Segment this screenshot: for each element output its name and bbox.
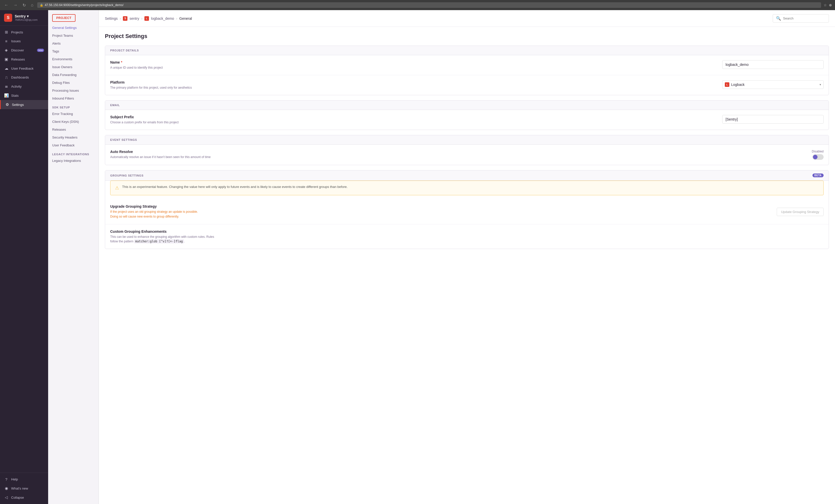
sidebar-item-projects[interactable]: ⊞ Projects — [0, 28, 48, 37]
nav-item-general-settings[interactable]: General Settings — [48, 24, 99, 31]
auto-resolve-toggle-area: Disabled — [812, 150, 823, 160]
sidebar-nav: ⊞ Projects ≡ Issues ◈ Discover new ▣ Rel… — [0, 26, 48, 472]
upgrade-grouping-meta: Upgrade Grouping Strategy If the project… — [110, 204, 198, 219]
sidebar-item-whats-new[interactable]: ◉ What's new — [0, 484, 48, 493]
custom-grouping-meta: Custom Grouping Enhancements This can be… — [110, 229, 222, 244]
sidebar-footer: ? Help ◉ What's new ◁ Collapse — [0, 472, 48, 504]
nav-item-alerts[interactable]: Alerts — [48, 40, 99, 47]
sidebar-item-discover[interactable]: ◈ Discover new — [0, 46, 48, 55]
sdk-setup-label: SDK SETUP — [48, 102, 99, 110]
platform-select-wrapper: L Logback ▾ — [722, 80, 823, 89]
auto-resolve-description: Automatically resolve an issue if it has… — [110, 155, 211, 159]
nav-item-releases[interactable]: Releases — [48, 126, 99, 133]
content-area: Settings › S sentry › L logback_demo › G… — [99, 10, 835, 504]
main-area: PROJECT General Settings Project Teams A… — [48, 10, 835, 504]
sidebar-label-settings: Settings — [12, 103, 24, 107]
breadcrumb-settings[interactable]: Settings — [105, 17, 118, 21]
subject-prefix-label: Subject Prefix — [110, 115, 179, 119]
project-nav-header: PROJECT — [48, 10, 99, 24]
auto-resolve-label: Auto Resolve — [110, 150, 211, 154]
legacy-integrations-label: LEGACY INTEGRATIONS — [48, 149, 99, 157]
nav-item-issue-owners[interactable]: Issue Owners — [48, 63, 99, 71]
sidebar-item-stats[interactable]: 📊 Stats — [0, 91, 48, 100]
email-header: EMAIL — [105, 101, 829, 110]
avatar: S — [4, 14, 12, 22]
page-title: Project Settings — [105, 33, 829, 40]
grouping-settings-section: GROUPING SETTINGS beta ⚠ This is an expe… — [105, 170, 829, 249]
discover-icon: ◈ — [4, 48, 8, 52]
sidebar-label-help: Help — [11, 477, 18, 481]
nav-item-inbound-filters[interactable]: Inbound Filters — [48, 94, 99, 102]
extensions-icon[interactable]: ⊕ — [829, 3, 832, 7]
grouping-warning: ⚠ This is an experimental feature. Chang… — [110, 181, 823, 195]
nav-item-legacy-integrations[interactable]: Legacy Integrations — [48, 157, 99, 165]
breadcrumb-current: General — [179, 17, 192, 21]
breadcrumb-sep-2: › — [141, 17, 142, 21]
url-text: 47.56.150.64:9000/settings/sentry/projec… — [45, 3, 124, 7]
name-input-wrapper — [722, 60, 823, 69]
custom-grouping-row: Custom Grouping Enhancements This can be… — [105, 224, 829, 249]
app-container: S Sentry ▾ 7685413@qq.com ⊞ Projects ≡ I… — [0, 10, 835, 504]
star-icon[interactable]: ☆ — [823, 3, 827, 7]
nav-item-client-keys[interactable]: Client Keys (DSN) — [48, 118, 99, 126]
sidebar-item-help[interactable]: ? Help — [0, 475, 48, 484]
nav-item-debug-files[interactable]: Debug Files — [48, 79, 99, 87]
subject-prefix-input[interactable] — [722, 115, 823, 124]
nav-item-project-teams[interactable]: Project Teams — [48, 31, 99, 40]
sidebar-item-collapse[interactable]: ◁ Collapse — [0, 493, 48, 502]
sidebar-item-activity[interactable]: ≣ Activity — [0, 82, 48, 91]
nav-item-security-headers[interactable]: Security Headers — [48, 133, 99, 141]
reload-button[interactable]: ↻ — [21, 2, 27, 8]
subject-prefix-description: Choose a custom prefix for emails from t… — [110, 120, 179, 125]
search-box[interactable]: 🔍 — [773, 14, 829, 23]
home-button[interactable]: ⌂ — [29, 2, 35, 8]
update-grouping-button[interactable]: Update Grouping Strategy — [777, 208, 823, 216]
project-details-section: PROJECT DETAILS Name * A unique ID used … — [105, 46, 829, 95]
name-input[interactable] — [722, 60, 823, 69]
breadcrumb-project[interactable]: logback_demo — [151, 17, 174, 21]
platform-select-container: L Logback ▾ — [722, 80, 823, 89]
auto-resolve-toggle[interactable] — [812, 154, 823, 160]
sidebar-label-discover: Discover — [11, 48, 24, 52]
event-settings-section: EVENT SETTINGS Auto Resolve Automaticall… — [105, 135, 829, 165]
sidebar-header[interactable]: S Sentry ▾ 7685413@qq.com — [0, 10, 48, 26]
upgrade-grouping-label: Upgrade Grouping Strategy — [110, 204, 198, 208]
breadcrumb-org[interactable]: sentry — [129, 17, 139, 21]
sidebar-label-projects: Projects — [11, 30, 23, 34]
project-tab[interactable]: PROJECT — [52, 14, 76, 22]
upgrade-grouping-row: Upgrade Grouping Strategy If the project… — [105, 199, 829, 224]
subject-prefix-meta: Subject Prefix Choose a custom prefix fo… — [110, 115, 179, 125]
sidebar-item-user-feedback[interactable]: ☁ User Feedback — [0, 64, 48, 73]
org-info: Sentry ▾ 7685413@qq.com — [15, 14, 38, 21]
nav-item-error-tracking[interactable]: Error Tracking — [48, 110, 99, 118]
search-icon: 🔍 — [776, 16, 781, 21]
breadcrumb-sep-1: › — [120, 17, 121, 21]
org-email: 7685413@qq.com — [15, 18, 38, 21]
nav-item-processing-issues[interactable]: Processing Issues — [48, 87, 99, 94]
forward-button[interactable]: → — [12, 2, 19, 8]
content-header: Settings › S sentry › L logback_demo › G… — [99, 10, 835, 27]
sidebar-item-issues[interactable]: ≡ Issues — [0, 37, 48, 46]
url-bar[interactable]: 🔒 47.56.150.64:9000/settings/sentry/proj… — [37, 2, 821, 8]
sidebar-item-releases[interactable]: ▣ Releases — [0, 55, 48, 64]
stats-icon: 📊 — [4, 93, 8, 98]
nav-item-user-feedback[interactable]: User Feedback — [48, 141, 99, 149]
back-button[interactable]: ← — [3, 2, 9, 8]
sidebar-label-releases: Releases — [11, 58, 25, 61]
browser-chrome: ← → ↻ ⌂ 🔒 47.56.150.64:9000/settings/sen… — [0, 0, 835, 10]
sidebar-item-settings[interactable]: ⚙ Settings — [0, 100, 48, 109]
security-icon: 🔒 — [40, 3, 43, 7]
required-star: * — [121, 60, 122, 64]
sidebar-item-dashboards[interactable]: ⎍ Dashboards — [0, 73, 48, 82]
nav-item-data-forwarding[interactable]: Data Forwarding — [48, 71, 99, 79]
custom-grouping-desc: This can be used to enhance the grouping… — [110, 234, 222, 244]
nav-item-environments[interactable]: Environments — [48, 55, 99, 63]
search-input[interactable] — [783, 17, 826, 20]
nav-item-tags[interactable]: Tags — [48, 47, 99, 55]
platform-select[interactable]: Logback — [722, 80, 823, 89]
sidebar: S Sentry ▾ 7685413@qq.com ⊞ Projects ≡ I… — [0, 10, 48, 504]
name-field-meta: Name * A unique ID used to identify this… — [110, 60, 163, 70]
sidebar-label-stats: Stats — [11, 94, 19, 98]
code-pattern: matcher:glob [^v]?[+-]flag — [134, 239, 184, 244]
platform-label: Platform — [110, 80, 192, 84]
